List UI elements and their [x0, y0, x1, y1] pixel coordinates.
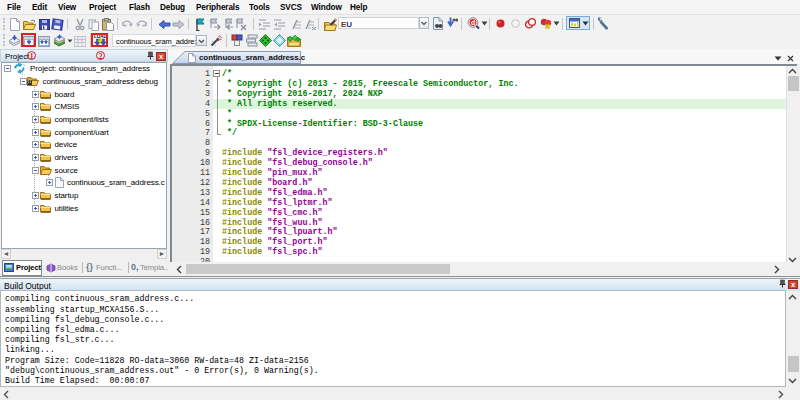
svg-text:d: d	[471, 19, 475, 26]
